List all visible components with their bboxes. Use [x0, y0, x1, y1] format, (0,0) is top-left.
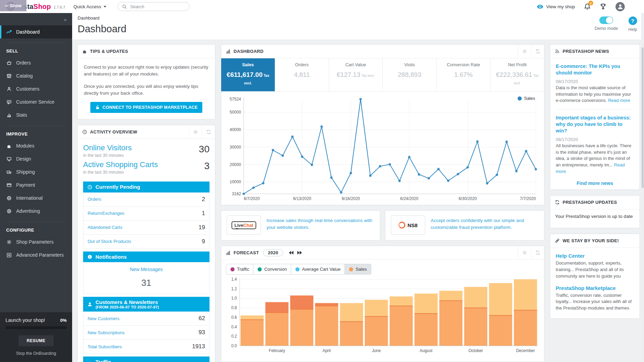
legend-toggle-conversion[interactable]: Conversion [253, 264, 291, 274]
help-button[interactable]: ? Help [628, 16, 637, 39]
connect-marketplace-button[interactable]: CONNECT TO PRESTASHOP MARKETPLACE [90, 102, 203, 113]
target-icon [6, 209, 12, 214]
stat-title-link[interactable]: Online Visitors [83, 144, 132, 152]
new-messages-link[interactable]: New Messages [87, 267, 206, 272]
sidebar-item-shop-parameters[interactable]: Shop Parameters [0, 235, 72, 248]
resume-button[interactable]: RESUME [19, 335, 54, 346]
sidebar-item-dashboard[interactable]: Dashboard [0, 25, 72, 38]
band-text: Customers & Newsletters(FROM 2020-06-07 … [95, 299, 159, 309]
sidebar-item-design[interactable]: Design [0, 152, 72, 165]
kpi-label: Sales [223, 62, 273, 67]
forecast-refresh-button[interactable] [531, 246, 544, 259]
sidebar-item-label: Payment [16, 182, 35, 188]
stop-onboarding-link[interactable]: Stop the OnBoarding [5, 351, 67, 356]
kpi-tab-net-profit[interactable]: Net Profit€222,336.61Tax excl. [490, 58, 544, 91]
forecast-year-pill[interactable]: 2020 [263, 249, 283, 256]
legend-dot-icon [295, 267, 300, 271]
main-content: Dashboard Dashboard Demo mode ? Help [72, 13, 644, 362]
svg-text:1.0: 1.0 [231, 296, 237, 301]
svg-text:0.6: 0.6 [231, 315, 237, 320]
kpi-tab-visits[interactable]: Visits288,893 [383, 58, 437, 91]
svg-text:3162: 3162 [232, 191, 241, 196]
tips-paragraph-2: Once you are connected, you will also en… [84, 83, 209, 97]
target-icon-svg [7, 209, 12, 214]
kpi-tab-sales[interactable]: Sales€611,617.00Tax excl. [221, 58, 275, 91]
quick-access-menu[interactable]: Quick Access [74, 4, 106, 9]
search-input[interactable] [130, 4, 182, 9]
dashboard-refresh-button[interactable] [531, 45, 544, 58]
kpi-value: €611,617.00Tax excl. [223, 71, 273, 86]
notifications-bell-button[interactable]: 2 [584, 3, 591, 10]
band-text: Traffic(FROM 2020-06-07 TO 2020-07-07) [95, 359, 159, 362]
activity-row-abandoned-carts[interactable]: Abandoned Carts19 [83, 221, 209, 235]
band-text: Notifications [95, 254, 127, 260]
support-link[interactable]: Help Center [556, 253, 634, 259]
view-my-shop-button[interactable]: View my shop [537, 4, 575, 9]
kpi-suffix: Tax excl. [514, 74, 539, 85]
read-more-link[interactable]: Read more [608, 98, 630, 103]
read-more-link[interactable]: Read more [556, 162, 625, 174]
row-value: 2 [202, 196, 205, 203]
dashboard-settings-button[interactable] [518, 45, 531, 58]
show-overlay[interactable]: Show [0, 0, 26, 11]
row-label: New Customers [88, 316, 119, 321]
previous-year-button[interactable] [289, 251, 294, 255]
center-column: DASHBOARD Sales€611,617.00Tax excl.Order… [221, 44, 544, 362]
sidebar-item-modules[interactable]: Modules [0, 139, 72, 152]
scrollbar-thumb[interactable] [642, 47, 644, 188]
bar-chart-icon [226, 49, 231, 54]
sidebar-item-catalog[interactable]: Catalog [0, 69, 72, 82]
account-avatar-button[interactable] [615, 2, 625, 11]
activity-row-out-of-stock-products[interactable]: Out of Stock Products9 [83, 235, 209, 248]
onboarding-footer: Launch your shop! 0% RESUME Stop the OnB… [0, 312, 72, 362]
activity-settings-button[interactable] [189, 125, 202, 139]
bar-chart-svg: 0.00.20.40.60.81.01.21.4FebruaryAprilJun… [224, 277, 541, 354]
row-label: Return/Exchanges [88, 211, 124, 216]
sidebar-item-label: Shop Parameters [16, 239, 54, 245]
sidebar-collapse-button[interactable]: « [0, 13, 72, 25]
next-year-button[interactable] [297, 251, 302, 255]
kpi-tab-cart-value[interactable]: Cart Value€127.13Tax excl. [329, 58, 383, 91]
promo-card-livechat[interactable]: LiveChatIncrease sales through real-time… [221, 210, 380, 241]
breadcrumb: Dashboard [78, 15, 126, 21]
activity-row-new-customers[interactable]: New Customers62 [83, 312, 209, 326]
row-value: 93 [199, 329, 205, 336]
legend-toggle-average-cart-value[interactable]: Average Cart Value [291, 264, 344, 274]
gearbox-icon-svg [7, 253, 12, 258]
sidebar-item-advertising[interactable]: Advertising [0, 205, 72, 218]
stat-title-link[interactable]: Active Shopping Carts [83, 161, 158, 169]
sidebar-item-customers[interactable]: Customers [0, 82, 72, 95]
news-article-title[interactable]: Important stages of a business: why do y… [556, 115, 634, 134]
forecast-settings-button[interactable] [518, 246, 531, 259]
sidebar-item-payment[interactable]: Payment [0, 178, 72, 191]
activity-row-return-exchanges[interactable]: Return/Exchanges1 [83, 207, 209, 221]
promo-card-ns8[interactable]: NS8Accept orders confidently with our si… [385, 210, 544, 241]
gear-icon [522, 250, 527, 255]
legend-toggle-sales[interactable]: Sales [344, 264, 371, 274]
activity-row-new-subscriptions[interactable]: New Subscriptions93 [83, 326, 209, 340]
activity-refresh-button[interactable] [202, 125, 215, 139]
sidebar-item-orders[interactable]: Orders [0, 56, 72, 69]
legend-toggle-traffic[interactable]: Traffic [226, 264, 253, 274]
activity-row-orders[interactable]: Orders2 [83, 192, 209, 207]
activity-row-total-subscribers[interactable]: Total Subscribers1913 [83, 340, 209, 353]
legend-label: Average Cart Value [302, 267, 340, 272]
sidebar-item-customer-service[interactable]: Customer Service [0, 95, 72, 108]
support-link[interactable]: PrestaShop Marketplace [556, 285, 634, 291]
page-scrollbar[interactable] [641, 13, 644, 362]
sidebar-item-international[interactable]: International [0, 191, 72, 205]
support-panel: WE STAY BY YOUR SIDE! Help CenterDocumen… [550, 234, 640, 319]
gamification-trophy-button[interactable] [600, 3, 607, 10]
livechat-logo: LiveChat [227, 215, 261, 235]
svg-text:1.4: 1.4 [231, 277, 237, 282]
section-subtitle: (FROM 2020-06-07 TO 2020-07-07) [95, 305, 159, 309]
sidebar-item-stats[interactable]: Stats [0, 108, 72, 121]
news-article-title[interactable]: E-commerce: The KPIs you should monitor [556, 63, 634, 76]
kpi-tab-conversion-rate[interactable]: Conversion Rate1.67% [437, 58, 490, 91]
sidebar-item-shipping[interactable]: Shipping [0, 165, 72, 178]
sidebar-item-advanced-parameters[interactable]: Advanced Parameters [0, 248, 72, 261]
person-icon [617, 3, 624, 10]
kpi-tab-orders[interactable]: Orders4,811 [275, 58, 329, 91]
find-more-news-link[interactable]: Find more news [550, 178, 640, 189]
demo-mode-toggle[interactable]: Demo mode [595, 16, 618, 39]
